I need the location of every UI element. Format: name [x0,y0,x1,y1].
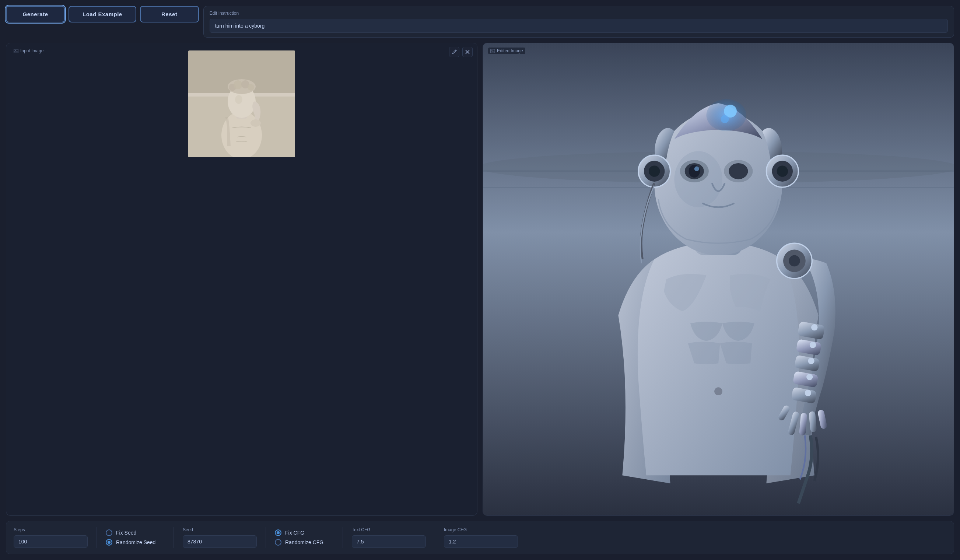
svg-point-44 [789,255,800,266]
svg-point-15 [248,84,254,91]
svg-point-57 [808,358,814,364]
svg-point-30 [729,163,748,179]
seed-input[interactable] [183,535,257,548]
randomize-seed-radio[interactable] [106,539,112,546]
cfg-radio-group: Fix CFG Randomize CFG [275,530,334,546]
input-image-panel: Input Image [6,43,477,516]
steps-input[interactable] [14,535,88,548]
fix-seed-radio[interactable] [106,530,112,536]
seed-group: Seed [183,527,257,548]
randomize-seed-option[interactable]: Randomize Seed [106,539,165,546]
text-cfg-group: Text CFG [352,527,426,548]
instruction-input[interactable] [210,19,948,33]
svg-point-13 [234,80,242,89]
image-icon [14,49,18,53]
load-example-button[interactable]: Load Example [69,6,136,22]
fix-cfg-option[interactable]: Fix CFG [275,530,334,536]
divider-3 [266,527,266,548]
cyborg-image [483,43,954,515]
randomize-cfg-label: Randomize CFG [285,539,323,545]
fix-seed-label: Fix Seed [116,530,136,536]
svg-point-38 [777,165,788,176]
output-image-panel: Edited Image [483,43,954,516]
action-buttons: Generate Load Example Reset [6,6,199,22]
svg-point-59 [805,390,811,396]
svg-point-31 [689,165,700,178]
image-cfg-group: Image CFG [444,527,518,548]
divider-5 [435,527,435,548]
randomize-cfg-option[interactable]: Randomize CFG [275,539,334,546]
text-cfg-label: Text CFG [352,527,426,532]
divider-2 [173,527,174,548]
reset-button[interactable]: Reset [140,6,199,22]
svg-point-56 [810,342,816,348]
statue-image [188,50,295,157]
randomize-cfg-radio[interactable] [275,539,282,546]
image-icon-2 [490,49,495,53]
close-image-button[interactable] [462,47,473,57]
svg-point-55 [811,324,818,330]
svg-point-58 [806,374,813,380]
divider-1 [96,527,97,548]
instruction-panel: Edit Instruction [203,6,954,38]
svg-point-35 [649,165,660,176]
fix-cfg-radio[interactable] [275,530,282,536]
svg-point-32 [694,166,699,171]
seed-radio-group: Fix Seed Randomize Seed [106,530,165,546]
svg-point-23 [714,387,722,395]
controls-bar: Steps Fix Seed Randomize Seed Seed Fix C… [6,521,954,554]
divider-4 [342,527,343,548]
seed-label: Seed [183,527,257,532]
steps-label: Steps [14,527,88,532]
generate-button[interactable]: Generate [6,6,65,22]
fix-seed-option[interactable]: Fix Seed [106,530,165,536]
text-cfg-input[interactable] [352,535,426,548]
image-row: Input Image [6,43,954,516]
edit-image-button[interactable] [449,47,459,57]
input-panel-actions [449,47,473,57]
svg-point-10 [235,95,242,104]
output-image-label: Edited Image [488,48,525,54]
instruction-label: Edit Instruction [210,11,948,16]
input-image-label: Input Image [11,48,46,54]
fix-cfg-label: Fix CFG [285,530,304,536]
svg-rect-0 [14,49,18,53]
image-cfg-label: Image CFG [444,527,518,532]
svg-point-41 [721,115,729,123]
randomize-seed-label: Randomize Seed [116,539,155,545]
svg-point-16 [251,119,261,127]
image-cfg-input[interactable] [444,535,518,548]
top-bar: Generate Load Example Reset Edit Instruc… [6,6,954,38]
steps-group: Steps [14,527,88,548]
svg-rect-17 [491,49,495,53]
